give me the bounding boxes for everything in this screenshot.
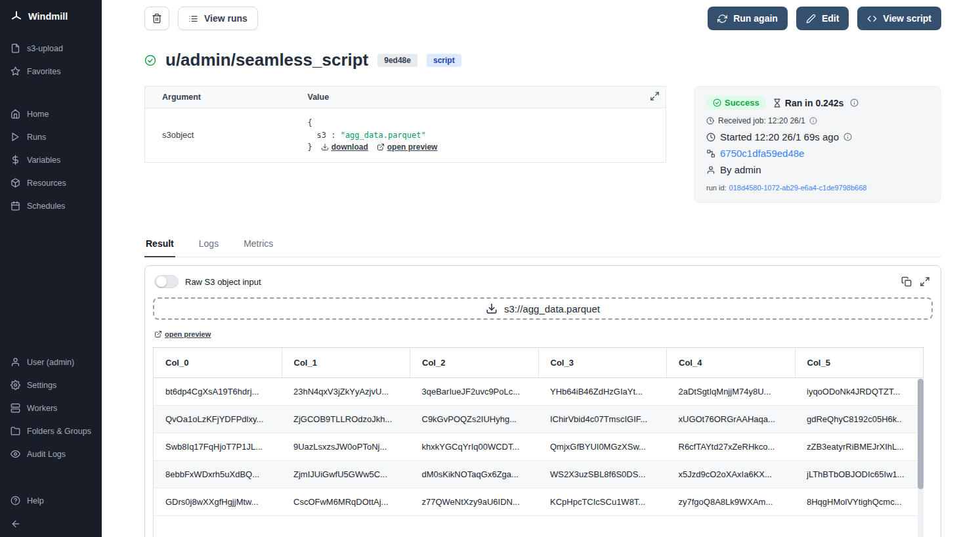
expand-result-icon[interactable] bbox=[920, 276, 930, 287]
json-colon: : bbox=[331, 131, 335, 140]
sidebar-admin-group: User (admin) Settings Workers Folders & … bbox=[0, 351, 102, 465]
sidebar-item-home[interactable]: Home bbox=[0, 102, 102, 125]
table-cell: zZB3eatyrRiBMEJrXIhL... bbox=[795, 433, 924, 461]
package-icon bbox=[11, 178, 20, 188]
column-header: Col_5 bbox=[795, 348, 924, 378]
help-icon bbox=[11, 496, 20, 505]
run-id-row: run id: 018d4580-1072-ab29-e6a4-c1de9798… bbox=[706, 184, 929, 192]
delete-run-button[interactable] bbox=[144, 7, 169, 30]
table-cell bbox=[538, 516, 667, 537]
sidebar-item-workers[interactable]: Workers bbox=[0, 397, 102, 419]
sidebar-item-audit-logs[interactable]: Audit Logs bbox=[0, 442, 102, 465]
kind-badge: script bbox=[427, 54, 461, 67]
user-icon bbox=[706, 165, 715, 175]
sidebar-item-label: Variables bbox=[27, 156, 60, 165]
folder-icon bbox=[11, 426, 20, 436]
info-icon[interactable] bbox=[850, 98, 859, 107]
refresh-icon bbox=[717, 14, 727, 24]
view-script-button[interactable]: View script bbox=[857, 7, 941, 30]
list-icon bbox=[188, 14, 198, 24]
copy-icon[interactable] bbox=[901, 276, 912, 287]
result-open-preview-label: open preview bbox=[165, 330, 211, 338]
sidebar-item-user[interactable]: User (admin) bbox=[0, 351, 102, 374]
table-cell: jLThBTbOBJODIc65Iw1... bbox=[795, 461, 924, 488]
result-open-preview-link[interactable]: open preview bbox=[154, 330, 211, 338]
download-link[interactable]: download bbox=[321, 141, 368, 154]
raw-s3-toggle[interactable] bbox=[154, 275, 179, 288]
success-check-icon bbox=[144, 54, 156, 66]
tab-result[interactable]: Result bbox=[144, 238, 175, 257]
s3-file-download-button[interactable]: s3://agg_data.parquet bbox=[153, 297, 933, 320]
run-by-row: By admin bbox=[706, 164, 929, 175]
tab-logs[interactable]: Logs bbox=[198, 238, 220, 257]
table-cell: KCpHpcTCIcSCu1W8T... bbox=[538, 488, 667, 516]
run-by-label: By admin bbox=[720, 164, 761, 175]
star-icon bbox=[11, 66, 20, 76]
edit-button[interactable]: Edit bbox=[796, 7, 849, 30]
info-icon[interactable] bbox=[809, 117, 817, 125]
open-preview-link[interactable]: open preview bbox=[377, 141, 438, 154]
status-label: Success bbox=[725, 98, 759, 108]
table-cell: ZjmIJUiGwfU5GWw5C... bbox=[282, 461, 410, 488]
sidebar-item-variables[interactable]: Variables bbox=[0, 148, 102, 171]
expand-args-icon[interactable] bbox=[650, 91, 660, 101]
result-table: Col_0Col_1Col_2Col_3Col_4Col_5 bt6dp4CgX… bbox=[153, 347, 924, 537]
trash-icon bbox=[152, 13, 162, 24]
received-job-row: Received job: 12:20 26/1 bbox=[706, 116, 929, 125]
table-row[interactable]: 8ebbFxWDxrh5uXdBQ...ZjmIJUiGwfU5GWw5C...… bbox=[154, 461, 924, 488]
sidebar-item-label: Resources bbox=[27, 179, 66, 188]
info-icon[interactable] bbox=[843, 133, 852, 141]
table-row[interactable]: bt6dp4CgXsA19T6hdrj...23hN4qxV3jZkYyAzjv… bbox=[154, 378, 924, 406]
job-id-link[interactable]: 6750c1dfa59ed48e bbox=[720, 148, 804, 159]
sidebar-item-s3-upload[interactable]: s3-upload bbox=[0, 37, 102, 60]
dollar-icon bbox=[11, 155, 20, 165]
table-row[interactable]: GDrs0j8wXXgfHgjjMtw...CscOFwM6MRqDOttAj.… bbox=[154, 488, 924, 516]
table-row-empty bbox=[154, 516, 924, 537]
json-brace-close: } bbox=[308, 141, 312, 154]
job-id-row: 6750c1dfa59ed48e bbox=[706, 148, 929, 159]
sidebar-item-favorites[interactable]: Favorites bbox=[0, 60, 102, 83]
table-cell: 8HqgHMolVYtighQcmc... bbox=[795, 488, 924, 516]
run-id-link[interactable]: 018d4580-1072-ab29-e6a4-c1de9798b668 bbox=[729, 184, 867, 192]
received-job-label: Received job: 12:20 26/1 bbox=[718, 116, 805, 125]
sidebar-item-runs[interactable]: Runs bbox=[0, 125, 102, 148]
scrollbar-thumb[interactable] bbox=[918, 379, 924, 489]
result-table-container: Col_0Col_1Col_2Col_3Col_4Col_5 bt6dp4CgX… bbox=[153, 347, 924, 537]
table-cell: Swb8Iq17FqHjoT7P1JL... bbox=[154, 433, 282, 461]
workspace-switcher[interactable]: Windmill bbox=[0, 9, 102, 33]
table-cell: ZjGCOB9TLLROdzoJkh... bbox=[282, 406, 410, 433]
sidebar-item-label: Schedules bbox=[27, 202, 65, 211]
table-cell: 8ebbFxWDxrh5uXdBQ... bbox=[154, 461, 282, 488]
table-cell: WS2X3uzSBL8f6S0DS... bbox=[538, 461, 667, 488]
sidebar-item-help[interactable]: Help bbox=[0, 489, 102, 512]
run-toolbar: View runs Run again Edit View script bbox=[144, 7, 941, 30]
json-key: s3 bbox=[317, 131, 326, 140]
column-header: Col_1 bbox=[282, 348, 410, 378]
table-cell: x5Jzd9cO2oXAxIa6KX... bbox=[667, 461, 796, 488]
table-cell: QvOa1oLzKFjYDFPdlxy... bbox=[154, 406, 282, 433]
table-cell: dM0sKikNOTaqGx6Zga... bbox=[410, 461, 539, 488]
table-row[interactable]: Swb8Iq17FqHjoT7P1JL...9UazLsxzsJW0oPToNj… bbox=[154, 433, 924, 461]
arguments-table: Argument Value s3object { s3 : bbox=[144, 86, 666, 163]
server-icon bbox=[11, 403, 20, 413]
tab-metrics[interactable]: Metrics bbox=[242, 238, 274, 257]
table-row[interactable]: QvOa1oLzKFjYDFPdlxy...ZjGCOB9TLLROdzoJkh… bbox=[154, 406, 924, 433]
column-header-argument: Argument bbox=[145, 87, 291, 108]
view-runs-button[interactable]: View runs bbox=[178, 7, 258, 30]
result-table-body: bt6dp4CgXsA19T6hdrj...23hN4qxV3jZkYyAzjv… bbox=[154, 378, 924, 537]
download-label: download bbox=[331, 141, 368, 154]
sidebar-item-schedules[interactable]: Schedules bbox=[0, 194, 102, 217]
sidebar-item-resources[interactable]: Resources bbox=[0, 171, 102, 194]
sidebar-help-group: Help bbox=[0, 489, 102, 529]
sidebar-item-folders-groups[interactable]: Folders & Groups bbox=[0, 419, 102, 442]
table-cell: bt6dp4CgXsA19T6hdrj... bbox=[154, 378, 282, 406]
table-cell bbox=[795, 516, 924, 537]
run-again-button[interactable]: Run again bbox=[708, 7, 788, 30]
collapse-sidebar-button[interactable] bbox=[0, 512, 102, 529]
s3-file-path: s3://agg_data.parquet bbox=[504, 303, 600, 314]
sidebar-item-settings[interactable]: Settings bbox=[0, 374, 102, 397]
table-cell: 2aDtSgtIqMnjjM74y8U... bbox=[667, 378, 796, 406]
table-cell: xUGOt76ORGrAAHaqa... bbox=[667, 406, 796, 433]
started-label: Started 12:20 26/1 69s ago bbox=[720, 131, 839, 142]
table-cell: khxkYGCqYrIq00WCDT... bbox=[410, 433, 539, 461]
